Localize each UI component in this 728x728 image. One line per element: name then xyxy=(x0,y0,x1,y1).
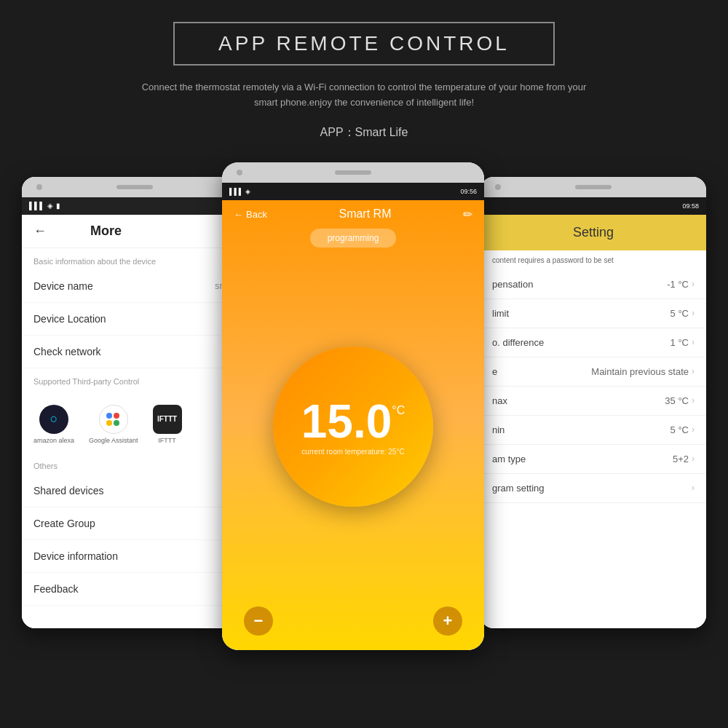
phone-middle: ▌▌▌ ◈ 09:56 ← Back Smar xyxy=(222,162,484,650)
difference-value: 1 °C › xyxy=(670,337,695,348)
phone-right-top-bar xyxy=(480,177,706,197)
state-label: e xyxy=(492,366,497,377)
menu-item-feedback[interactable]: Feedback xyxy=(22,573,248,606)
smart-status-right: 09:56 xyxy=(460,188,477,195)
temp-plus-button[interactable]: + xyxy=(433,606,462,636)
setting-screen: 09:58 Setting content requires a passwor… xyxy=(480,197,706,628)
phone-left-speaker xyxy=(116,185,153,189)
main-title: APP REMOTE CONTROL xyxy=(218,32,510,55)
limit-value: 5 °C › xyxy=(670,308,695,319)
google-dots xyxy=(106,413,121,426)
section2-label: Supported Third-party Control xyxy=(22,368,248,390)
shared-devices-label: Shared devices xyxy=(33,485,104,496)
section3-label: Others xyxy=(22,453,248,475)
alexa-item: ○ amazon alexa xyxy=(33,405,74,444)
setting-status-bar: 09:58 xyxy=(480,197,706,215)
phone-right-speaker xyxy=(575,185,612,189)
setting-item-gram-type[interactable]: am type 5+2 › xyxy=(480,445,706,474)
setting-item-state[interactable]: e Maintain previous state › xyxy=(480,357,706,387)
menu-item-device-name[interactable]: Device name smar xyxy=(22,270,248,303)
smart-time: 09:56 xyxy=(460,188,477,195)
max-chevron: › xyxy=(692,395,695,405)
setting-time: 09:58 xyxy=(682,202,699,210)
dot-green xyxy=(114,420,119,426)
pensation-value: -1 °C › xyxy=(667,279,695,290)
subtitle-text: Connect the thermostat remotely via a Wi… xyxy=(142,80,587,111)
setting-item-max[interactable]: nax 35 °C › xyxy=(480,387,706,416)
left-status-icons: ▌▌▌ ◈ ▮ xyxy=(29,202,60,210)
temperature-value: 15.0 xyxy=(301,398,392,445)
min-label: nin xyxy=(492,424,505,435)
create-group-label: Create Group xyxy=(33,518,95,529)
setting-item-limit[interactable]: limit 5 °C › xyxy=(480,299,706,328)
left-status-bar: ▌▌▌ ◈ ▮ xyxy=(22,197,248,215)
temp-controls: − + xyxy=(222,599,484,650)
setting-title: Setting xyxy=(573,225,614,240)
thermostat-circle: 15.0 °C current room temperature: 25°C xyxy=(273,347,433,507)
smart-rm-header: ← Back Smart RM ✏ xyxy=(222,200,484,229)
state-chevron: › xyxy=(692,366,695,376)
phone-right-screen: 09:58 Setting content requires a passwor… xyxy=(480,197,706,628)
phones-container: ▌▌▌ ◈ ▮ ← More Basic information xyxy=(0,162,728,728)
smart-signal-icon: ▌▌▌ ◈ xyxy=(229,188,250,195)
more-header: ← More xyxy=(22,215,248,248)
menu-item-create-group[interactable]: Create Group xyxy=(22,507,248,540)
header-section: APP REMOTE CONTROL Connect the thermosta… xyxy=(0,0,728,162)
smart-rm-title: Smart RM xyxy=(339,207,391,221)
phone-middle-top-bar xyxy=(222,162,484,183)
pensation-chevron: › xyxy=(692,279,695,289)
phone-left-top-bar xyxy=(22,177,248,197)
device-name-label: Device name xyxy=(33,280,93,292)
back-arrow-icon[interactable]: ← xyxy=(33,223,47,239)
phone-middle-screen: ▌▌▌ ◈ 09:56 ← Back Smar xyxy=(222,183,484,650)
google-item: Google Assistant xyxy=(89,405,138,444)
smart-back-button[interactable]: ← Back xyxy=(234,209,267,220)
gram-setting-value: › xyxy=(692,483,695,493)
menu-item-shared-devices[interactable]: Shared devices xyxy=(22,475,248,507)
more-title: More xyxy=(90,223,122,239)
more-screen: ▌▌▌ ◈ ▮ ← More Basic information xyxy=(22,197,248,628)
smart-status-bar: ▌▌▌ ◈ 09:56 xyxy=(222,183,484,200)
phone-left-frame: ▌▌▌ ◈ ▮ ← More Basic information xyxy=(22,177,248,628)
smart-edit-icon[interactable]: ✏ xyxy=(463,207,472,221)
alexa-icon: ○ xyxy=(39,405,68,434)
min-chevron: › xyxy=(692,424,695,435)
setting-note: content requires a password to be set xyxy=(480,250,706,270)
ifttt-label: IFTTT xyxy=(158,437,176,444)
ifttt-item: IFTTT IFTTT xyxy=(153,405,182,444)
difference-label: o. difference xyxy=(492,337,544,348)
setting-item-difference[interactable]: o. difference 1 °C › xyxy=(480,328,706,357)
max-value: 35 °C › xyxy=(665,395,695,406)
dot-yellow xyxy=(106,420,112,426)
gram-setting-label: gram setting xyxy=(492,483,545,494)
programming-button[interactable]: programming xyxy=(310,229,397,248)
section1-label: Basic information about the device xyxy=(22,248,248,270)
phone-middle-speaker xyxy=(335,170,371,175)
menu-item-device-information[interactable]: Device information xyxy=(22,540,248,573)
third-party-section: ○ amazon alexa xyxy=(22,390,248,453)
phone-right-frame: 09:58 Setting content requires a passwor… xyxy=(480,177,706,628)
page: APP REMOTE CONTROL Connect the thermosta… xyxy=(0,0,728,728)
smart-status-left: ▌▌▌ ◈ xyxy=(229,188,250,195)
setting-item-pensation[interactable]: pensation -1 °C › xyxy=(480,270,706,299)
temp-minus-button[interactable]: − xyxy=(244,606,273,636)
temp-display: 15.0 °C xyxy=(301,398,405,445)
setting-item-gram-setting[interactable]: gram setting › xyxy=(480,474,706,503)
gram-type-value: 5+2 › xyxy=(673,454,695,464)
google-assistant-icon xyxy=(99,405,128,434)
check-network-label: Check network xyxy=(33,346,101,357)
gram-type-chevron: › xyxy=(692,454,695,464)
feedback-label: Feedback xyxy=(33,583,78,595)
wifi-icon: ◈ xyxy=(47,202,53,210)
device-location-label: Device Location xyxy=(33,313,106,325)
battery-icon: ▮ xyxy=(56,202,60,210)
max-label: nax xyxy=(492,395,507,406)
phone-left-camera xyxy=(36,184,42,190)
gram-type-label: am type xyxy=(492,454,526,464)
smart-back-arrow: ← xyxy=(234,209,243,220)
setting-item-min[interactable]: nin 5 °C › xyxy=(480,416,706,445)
menu-item-device-location[interactable]: Device Location xyxy=(22,303,248,336)
third-party-icons: ○ amazon alexa xyxy=(33,405,236,444)
ifttt-icon: IFTTT xyxy=(153,405,182,434)
menu-item-check-network[interactable]: Check network Ch xyxy=(22,336,248,368)
